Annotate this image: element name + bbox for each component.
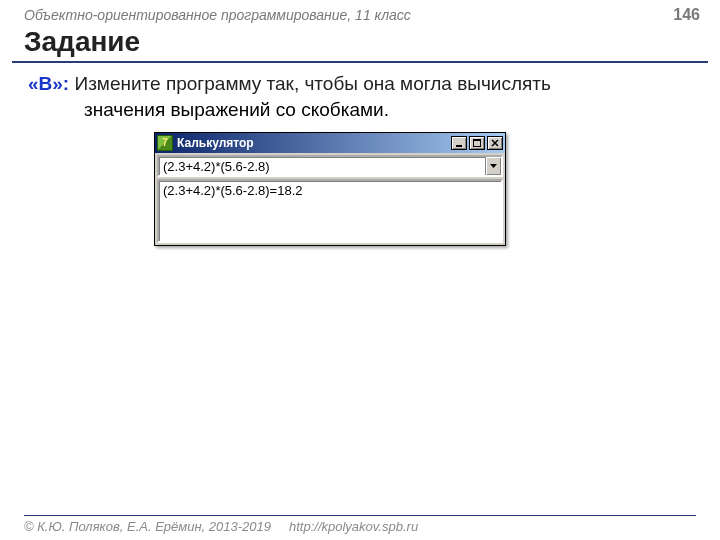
maximize-icon	[473, 139, 481, 147]
task-line-2: значения выражений со скобками.	[28, 97, 692, 123]
task-text: «B»: Измените программу так, чтобы она м…	[28, 71, 692, 97]
chevron-down-icon	[490, 164, 497, 168]
slide-header: Объектно-ориентированное программировани…	[0, 0, 720, 26]
title-rule	[12, 61, 708, 63]
task-line-1: Измените программу так, чтобы она могла …	[74, 73, 550, 94]
copyright: © К.Ю. Поляков, Е.А. Ерёмин, 2013-2019	[24, 519, 271, 534]
page-title: Задание	[0, 26, 720, 61]
course-name: Объектно-ориентированное программировани…	[24, 7, 411, 23]
minimize-icon	[455, 139, 463, 147]
page-number: 146	[673, 6, 700, 24]
svg-rect-2	[473, 139, 481, 141]
footer-text: © К.Ю. Поляков, Е.А. Ерёмин, 2013-2019 h…	[24, 519, 696, 534]
maximize-button[interactable]	[469, 136, 485, 150]
app-icon: 7	[157, 135, 173, 151]
result-text: (2.3+4.2)*(5.6-2.8)=18.2	[163, 183, 302, 198]
close-icon	[491, 139, 499, 147]
minimize-button[interactable]	[451, 136, 467, 150]
slide: Объектно-ориентированное программировани…	[0, 0, 720, 540]
body: «B»: Измените программу так, чтобы она м…	[0, 71, 720, 246]
footer-rule	[24, 515, 696, 516]
expression-combobox[interactable]: (2.3+4.2)*(5.6-2.8)	[157, 155, 503, 177]
expression-input[interactable]: (2.3+4.2)*(5.6-2.8)	[159, 157, 485, 175]
screenshot-wrap: 7 Калькулятор	[154, 132, 692, 246]
footer-url: http://kpolyakov.spb.ru	[289, 519, 418, 534]
client-area: (2.3+4.2)*(5.6-2.8) (2.3+4.2)*(5.6-2.8)=…	[155, 153, 505, 245]
window-buttons	[449, 136, 503, 150]
svg-rect-0	[456, 145, 462, 147]
footer: © К.Ю. Поляков, Е.А. Ерёмин, 2013-2019 h…	[0, 515, 720, 534]
result-output: (2.3+4.2)*(5.6-2.8)=18.2	[157, 179, 503, 243]
titlebar[interactable]: 7 Калькулятор	[155, 133, 505, 153]
app-window: 7 Калькулятор	[154, 132, 506, 246]
window-caption: Калькулятор	[177, 136, 449, 150]
dropdown-button[interactable]	[485, 157, 501, 175]
close-button[interactable]	[487, 136, 503, 150]
task-label: «B»:	[28, 73, 69, 94]
